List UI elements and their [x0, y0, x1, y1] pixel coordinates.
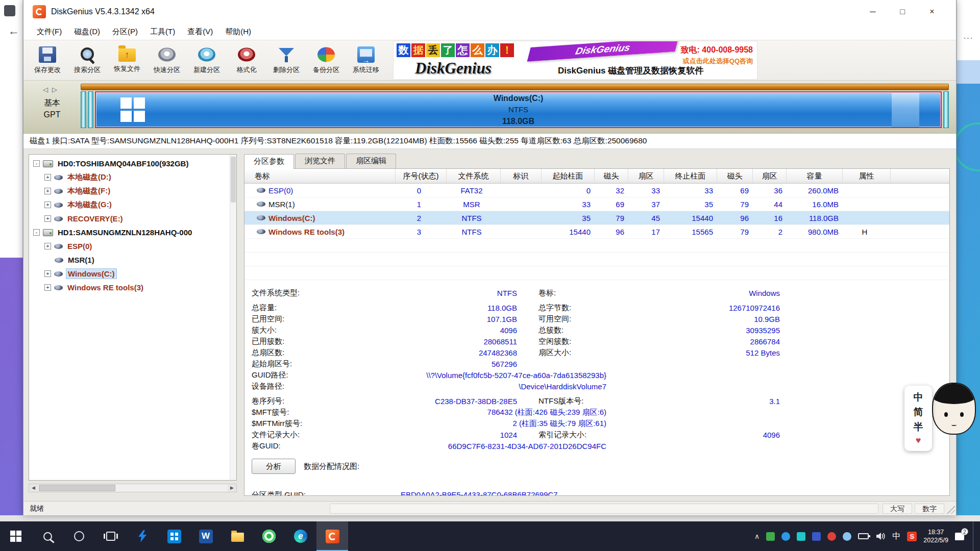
tray-antivirus-icon[interactable]: [766, 532, 775, 541]
tree-item-5[interactable]: -HD1:SAMSUNGMZNLN128HAHQ-000: [29, 226, 236, 239]
menu-item-2[interactable]: 分区(P): [106, 25, 144, 39]
table-row[interactable]: Windows(C:)2NTFS357945154409616118.0GB: [244, 211, 949, 225]
scrollbar-thumb[interactable]: [39, 485, 115, 491]
tree-item-7[interactable]: MSR(1): [29, 253, 236, 267]
expander-icon[interactable]: +: [44, 188, 51, 194]
expander-icon[interactable]: -: [33, 229, 40, 236]
tree-item-0[interactable]: -HD0:TOSHIBAMQ04ABF100(932GB): [29, 157, 236, 170]
volume-icon[interactable]: [875, 532, 886, 541]
tab-browse-files[interactable]: 浏览文件: [295, 154, 345, 168]
tree-item-9[interactable]: +Windows RE tools(3): [29, 281, 236, 294]
expander-icon[interactable]: -: [33, 160, 40, 167]
windows-c-partition-block[interactable]: Windows(C:) NTFS 118.0GB: [95, 91, 942, 128]
menu-item-5[interactable]: 帮助(H): [219, 25, 257, 39]
disk-nav-arrows[interactable]: ◁▷: [43, 85, 61, 95]
partition-icon: [55, 258, 63, 263]
tray-utility-icon[interactable]: [797, 532, 805, 541]
esp-partition-strip[interactable]: [81, 91, 86, 128]
tree-item-6[interactable]: +ESP(0): [29, 239, 236, 253]
toolbar-button-label: 搜索分区: [74, 65, 101, 74]
column-header-0: 卷标: [244, 169, 396, 183]
close-button[interactable]: ×: [917, 0, 947, 23]
toolbar-button-backup[interactable]: 备份分区: [306, 41, 346, 79]
notification-center-button[interactable]: 2: [955, 531, 966, 541]
menu-item-0[interactable]: 文件(F): [31, 25, 68, 39]
tree-horizontal-scrollbar[interactable]: ◀ ▶: [29, 484, 237, 492]
tray-cloud-icon[interactable]: [781, 532, 790, 541]
toolbar-button-save[interactable]: 保存更改: [28, 41, 67, 79]
prev-disk-arrow[interactable]: ◁: [43, 86, 52, 93]
expander-icon[interactable]: +: [44, 270, 51, 277]
overflow-menu-icon[interactable]: ···: [957, 34, 980, 43]
tab-partition-params[interactable]: 分区参数: [244, 154, 294, 169]
menu-item-3[interactable]: 工具(T): [144, 25, 181, 39]
table-row[interactable]: ESP(0)0FAT3203233336936260.0MB: [244, 184, 949, 197]
taskbar-search-button[interactable]: [32, 521, 63, 551]
toolbar-button-quick[interactable]: 快速分区: [147, 41, 187, 79]
scrollbar-thumb[interactable]: [231, 157, 236, 203]
detail-value: 30935295: [635, 326, 780, 335]
word-app-button[interactable]: W: [190, 521, 222, 551]
disk-band: [81, 84, 949, 90]
background-scrollbar[interactable]: [957, 60, 980, 84]
expander-icon[interactable]: +: [44, 284, 51, 291]
thunder-app-button[interactable]: [127, 521, 158, 551]
toolbar-button-recover[interactable]: 恢复文件: [107, 41, 147, 79]
menu-item-4[interactable]: 查看(V): [181, 25, 219, 39]
maximize-button[interactable]: □: [888, 0, 917, 23]
scroll-left-arrow[interactable]: ◀: [29, 484, 38, 492]
file-explorer-button[interactable]: [222, 521, 253, 551]
tree-vertical-scrollbar[interactable]: [230, 155, 236, 480]
tray-expand-icon[interactable]: ∧: [754, 532, 760, 540]
table-row[interactable]: MSR(1)1MSR33693735794416.0MB: [244, 197, 949, 211]
detail-label: 卷GUID:: [252, 441, 349, 451]
toolbar-button-new[interactable]: 新建分区: [187, 41, 227, 79]
sogou-icon[interactable]: S: [907, 532, 917, 541]
cortana-button[interactable]: [63, 521, 95, 551]
analyze-button[interactable]: 分析: [252, 459, 296, 474]
store-app-button[interactable]: [158, 521, 190, 551]
table-header: 卷标序号(状态)文件系统标识起始柱面磁头扇区终止柱面磁头扇区容量属性: [244, 169, 949, 184]
edge-button[interactable]: e: [285, 521, 316, 551]
column-header-3: 标识: [501, 169, 542, 183]
tree-item-1[interactable]: +本地磁盘(D:): [29, 170, 236, 184]
minimize-button[interactable]: ─: [858, 0, 888, 23]
toolbar-button-format[interactable]: 格式化: [227, 41, 266, 79]
task-view-button[interactable]: [95, 521, 127, 551]
tree-item-2[interactable]: +本地磁盘(F:): [29, 184, 236, 198]
resize-grip[interactable]: [947, 504, 955, 514]
back-arrow-icon[interactable]: ←: [8, 24, 19, 38]
scroll-right-arrow[interactable]: ▶: [228, 484, 236, 492]
start-button[interactable]: [0, 521, 32, 551]
toolbar-button-search[interactable]: 搜索分区: [67, 41, 107, 79]
tab-sector-edit[interactable]: 扇区编辑: [346, 154, 396, 168]
table-row[interactable]: Windows RE tools(3)3NTFS1544096171556579…: [244, 225, 949, 239]
browser-360-button[interactable]: [253, 521, 285, 551]
ime-floating-widget[interactable]: 中简半 ♥: [904, 386, 932, 451]
tray-security-icon[interactable]: [827, 532, 836, 541]
table-cell: 33: [664, 186, 717, 195]
next-disk-arrow[interactable]: ▷: [52, 86, 61, 93]
diskgenius-taskbar-button[interactable]: [316, 521, 348, 551]
taskbar-clock[interactable]: 18:37 2022/5/9: [923, 528, 948, 545]
show-desktop-button[interactable]: [973, 521, 976, 551]
tree-item-3[interactable]: +本地磁盘(G:): [29, 198, 236, 212]
detail-value: 10.9GB: [635, 315, 780, 323]
tray-snowflake-icon[interactable]: [843, 532, 851, 541]
toolbar-button-migrate[interactable]: 系统迁移: [346, 41, 386, 79]
power-icon[interactable]: [858, 533, 869, 539]
ad-banner[interactable]: 数据丢了怎么办！ DiskGenius DiskGenius 致电: 400-0…: [393, 41, 757, 80]
toolbar-button-delete[interactable]: 删除分区: [266, 41, 306, 79]
msr-partition-strip[interactable]: [88, 91, 93, 128]
expander-icon[interactable]: +: [44, 202, 51, 208]
expander-icon[interactable]: +: [44, 174, 51, 181]
expander-icon[interactable]: +: [44, 215, 51, 222]
expander-icon[interactable]: +: [44, 243, 51, 249]
tray-qq-icon[interactable]: [812, 532, 821, 541]
tree-item-8[interactable]: +Windows(C:): [29, 267, 236, 281]
ime-language-indicator[interactable]: 中: [892, 531, 900, 542]
re-tools-partition-strip[interactable]: [943, 91, 949, 128]
table-cell: MSR: [447, 200, 501, 209]
tree-item-4[interactable]: +RECOVERY(E:): [29, 212, 236, 226]
menu-item-1[interactable]: 磁盘(D): [68, 25, 106, 39]
